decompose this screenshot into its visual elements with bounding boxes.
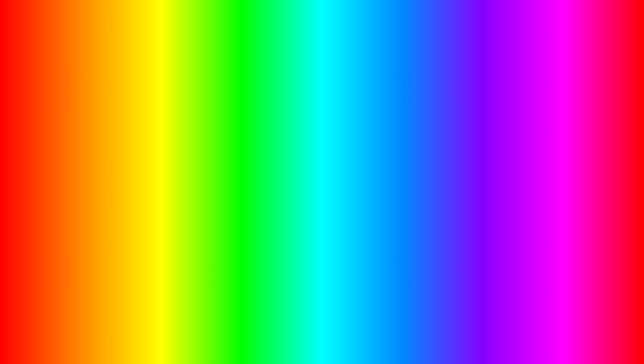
select-health-value[interactable]: Low ∧	[178, 177, 191, 182]
as-logo: ANIME SOULS	[571, 318, 615, 345]
ass-item-4[interactable]: Auto Farm All Mobs: Hunter City |	[449, 181, 607, 192]
player-info: Beginner @XxArSendxX	[312, 126, 345, 138]
ass-panel: Anime Souls Simulator ▼ >>> Auto Farm Al…	[448, 113, 608, 235]
ass-item-3[interactable]: Auto Farm All Mobs: Titan District |	[449, 170, 607, 181]
optix-tabs: 🏠 Home ⚔ Farming	[77, 113, 196, 127]
ass-item-check-0: ✓	[596, 139, 603, 145]
heart-icon[interactable]: ❤	[31, 137, 48, 153]
game-background: ⚡ 3.6K 👻 8.4K ⚙ 💣 👊 😊 ❤ 📦 ⭐ 1.0K/1.0*	[3, 3, 641, 361]
ass-item-text-2: Auto Farm All Mobs: Planet Nomak	[453, 162, 520, 167]
auto-farm-row: Auto Farm	[82, 185, 191, 195]
optix-restore-btn[interactable]: □	[181, 106, 186, 111]
optix-edit-btn[interactable]: ✎	[174, 106, 179, 111]
select-health-row: Select Health Low ∧	[82, 175, 191, 185]
ass-header: Anime Souls Simulator ▼	[449, 114, 607, 125]
ass-item-ind-4: |	[596, 183, 603, 189]
cloud	[69, 16, 109, 29]
area-planet-nomak[interactable]: Planet Nomak	[82, 161, 191, 172]
ass-dropdown-arrow[interactable]: ▼	[598, 117, 603, 122]
ass-item-6[interactable]: Hero Box: Pyecy Village +	[449, 202, 607, 213]
cloud	[478, 23, 508, 33]
ass-item-text-1: Auto Farm All Mobs: Leaf Village	[453, 151, 516, 156]
farming-tab-label: Farming	[118, 117, 132, 122]
ass-item-text-0: Auto Farm All Mobs: Pyecy Village	[453, 139, 519, 144]
ass-item-1[interactable]: Auto Farm All Mobs: Leaf Village |	[449, 148, 607, 159]
chevron-up-icon: ∧	[187, 177, 191, 182]
optix-close-btn[interactable]: ✕	[188, 106, 192, 111]
home-tab-label: Home	[91, 117, 102, 122]
ass-item-text-4: Auto Farm All Mobs: Hunter City	[453, 184, 515, 189]
gear-icon[interactable]: ⚙	[13, 96, 31, 115]
icon-row: 💣 👊	[13, 117, 48, 134]
ass-nav: >>>	[449, 125, 607, 136]
pastebin-title: PASTEBIN	[294, 315, 394, 338]
beginner-badge: Beginner	[312, 126, 345, 132]
area-pyecy-village[interactable]: Pyecy Village	[82, 140, 191, 151]
bottom-title-area: AUTO FARM SCRIPT PASTEBIN	[13, 303, 394, 341]
ass-item-text-3: Auto Farm All Mobs: Titan District	[453, 173, 517, 178]
ass-nav-btn[interactable]: >>>	[452, 127, 466, 134]
ass-item-text-6: Hero Box: Pyecy Village	[453, 205, 499, 210]
area-leaf-village[interactable]: Leaf Village	[82, 151, 191, 161]
ass-item-ind-3: |	[596, 172, 603, 178]
ass-item-text-8: Miscellaneous	[453, 226, 480, 231]
ass-item-text-5: Hero-Crates	[453, 194, 476, 199]
main-title: ANIME SOULS SIMULATOR	[162, 9, 482, 84]
ass-item-text-7: Auto Open Selected Hero Box	[453, 216, 511, 221]
optix-controls: ✎ □ ✕	[174, 106, 192, 111]
ass-item-8[interactable]: Miscellaneous	[449, 224, 607, 234]
npc-character	[367, 261, 380, 281]
tab-farming[interactable]: ⚔ Farming	[108, 116, 137, 124]
select-area-row: Select Area Pyecy Village ∨	[82, 131, 191, 140]
cloud	[545, 13, 591, 28]
optix-hub-panel: Optix Hub ✎ □ ✕ 🏠 Home ⚔ Farming Select …	[76, 103, 196, 199]
ass-item-5[interactable]: Hero-Crates	[449, 192, 607, 202]
ass-item-ind-1: |	[596, 150, 603, 156]
optix-titlebar: Optix Hub ✎ □ ✕	[77, 104, 196, 113]
optix-panel-title: Optix Hub	[80, 106, 101, 111]
player-username: @XxArSendxX	[312, 133, 345, 138]
select-area-label: Select Area	[82, 133, 104, 138]
auto-farm-toggle[interactable]	[179, 187, 191, 193]
left-sidebar: ⚙ 💣 👊 😊 ❤ 📦	[13, 96, 48, 173]
select-health-label: Select Health	[82, 177, 107, 182]
box-icon[interactable]: 📦	[13, 156, 29, 173]
ass-item-ind-2: |	[596, 161, 603, 167]
icon-row2: 😊 ❤	[13, 137, 48, 153]
script-title: SCRIPT	[216, 315, 289, 338]
ass-item-plus-6: +	[596, 204, 603, 210]
skills-bg-text: SKILLS	[277, 103, 327, 114]
home-icon: 🏠	[84, 117, 89, 122]
score-display: 1.0K/1.0*	[612, 125, 631, 131]
tab-home[interactable]: 🏠 Home	[80, 116, 106, 124]
ass-item-7[interactable]: Auto Open Selected Hero Box |	[449, 213, 607, 224]
ass-item-list: Auto Farm All Mobs: Pyecy Village ✓ Auto…	[449, 136, 607, 234]
farming-icon: ⚔	[112, 117, 116, 122]
icon-row3: 📦	[13, 156, 48, 173]
calendar-icon[interactable]: 📅 31	[616, 143, 632, 159]
ass-item-2[interactable]: Auto Farm All Mobs: Planet Nomak |	[449, 159, 607, 170]
player-character	[309, 254, 335, 298]
ass-item-0[interactable]: Auto Farm All Mobs: Pyecy Village ✓	[449, 136, 607, 148]
objectives-panel: Objectives Main Quest Complete Main Ques…	[373, 96, 440, 118]
auto-farm-label: Auto Farm	[82, 187, 102, 192]
ass-panel-title: Anime Souls Simulator	[453, 117, 598, 122]
select-area-value[interactable]: Pyecy Village ∨	[159, 133, 191, 138]
chevron-down-icon: ∨	[187, 133, 191, 138]
face-icon[interactable]: 😊	[13, 137, 29, 153]
auto-farm-title: AUTO FARM	[13, 303, 211, 341]
optix-body: Select Area Pyecy Village ∨ Pyecy Villag…	[77, 127, 196, 199]
as-logo-souls: SOULS	[577, 330, 609, 341]
title-anime-souls: ANIME SOULS	[162, 9, 482, 53]
fist-icon[interactable]: 👊	[31, 117, 48, 134]
bomb-icon[interactable]: 💣	[13, 117, 29, 134]
ass-item-ind-7: |	[596, 215, 603, 221]
